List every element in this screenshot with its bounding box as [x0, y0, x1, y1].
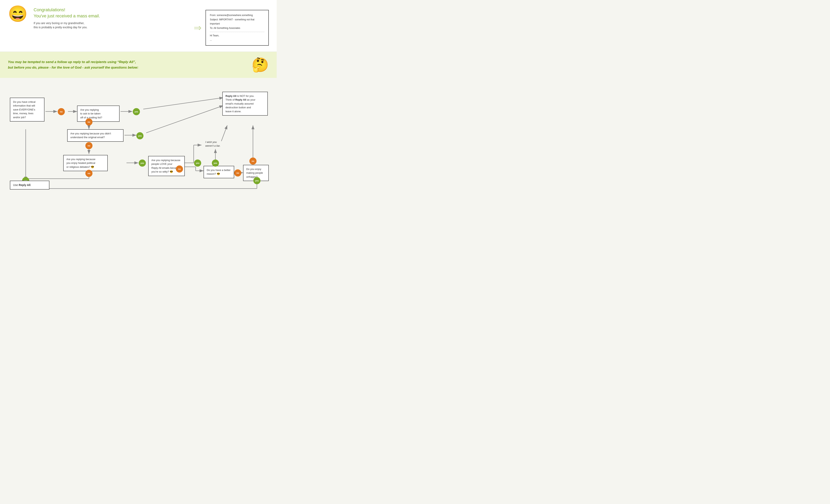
circle-q1-no: no [85, 118, 93, 126]
email-to: To: All Something Associates [210, 26, 264, 30]
forward-arrow-icon: ⇒ [194, 22, 201, 33]
box-q5: Do you have a better reason? 😎 [203, 166, 234, 178]
body-text: If you are very boring or my grandmother… [34, 21, 188, 29]
not-for-you-text: Reply All is NOT for you. Think of Reply… [225, 94, 255, 113]
banner-text: You may be tempted to send a follow up r… [8, 59, 138, 70]
box-liar: I wish you weren't a liar. [202, 138, 233, 150]
email-greeting: Hi Team, [210, 34, 264, 38]
circle-q5-no: no [234, 169, 241, 177]
circle-q2-yes: yes [136, 132, 143, 139]
circle-q3-yes: yes [139, 159, 146, 167]
box-start: Do you have critical information that wi… [10, 98, 44, 122]
box-q2: Are you replying because you didn't unde… [67, 129, 124, 142]
box-use-reply-all: Use Reply All. [10, 181, 50, 190]
circle-q2-no: no [85, 142, 93, 149]
email-preview: From: someone@somewhere.something Subjec… [205, 10, 269, 46]
top-section: 😄 Congratulations! You've just received … [0, 0, 277, 52]
box-not-for-you: Reply All is NOT for you. Think of Reply… [222, 92, 268, 116]
middle-banner: You may be tempted to send a follow up r… [0, 52, 277, 78]
email-subject: Subject: IMPORTANT - something not that … [210, 18, 264, 26]
flowchart-container: Do you have critical information that wi… [6, 86, 271, 200]
email-ellipsis: ... [210, 38, 264, 42]
email-from: From: someone@somewhere.something [210, 13, 264, 18]
circle-q6-yes: yes [253, 177, 260, 184]
intro-text: Congratulations! You've just received a … [34, 6, 188, 29]
svg-line-9 [146, 105, 223, 133]
thinking-emoji: 🤔 [252, 57, 269, 73]
svg-line-6 [143, 98, 223, 109]
box-q1: Are you replying to ask to be taken off … [77, 105, 120, 122]
box-q3: Are you replying because you enjoy heate… [63, 155, 108, 171]
circle-q3-no: no [85, 170, 93, 177]
heading: Congratulations! You've just received a … [34, 7, 188, 19]
circle-q1-yes: yes [133, 108, 140, 115]
circle-start-no: no [58, 108, 65, 115]
circle-q4-no: no [176, 165, 183, 172]
arrow-section: ⇒ From: someone@somewhere.something Subj… [194, 6, 269, 46]
circle-q6-no: no [249, 158, 256, 165]
happy-emoji: 😄 [8, 6, 28, 22]
circle-q5-yes: yes [212, 159, 219, 167]
flowchart-section: Do you have critical information that wi… [0, 78, 277, 210]
circle-q4-yes: yes [194, 159, 201, 167]
